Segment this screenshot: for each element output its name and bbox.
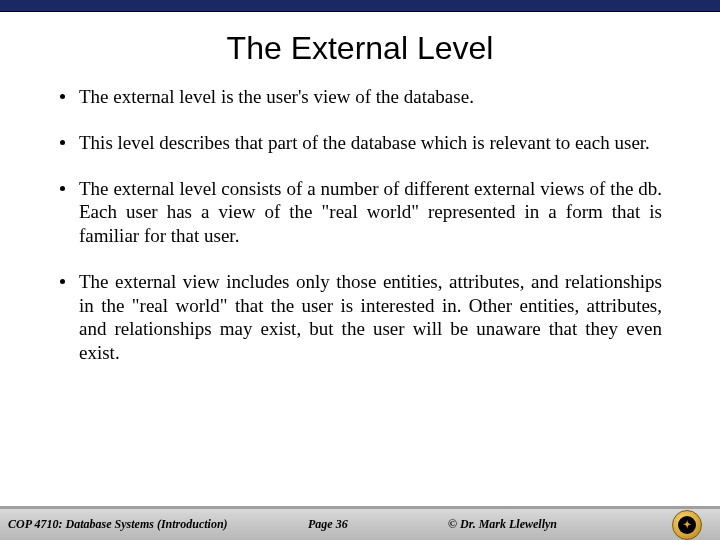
bullet-text: The external level consists of a number … [79, 177, 662, 248]
footer-page: Page 36 [308, 517, 448, 532]
footer-bar: COP 4710: Database Systems (Introduction… [0, 506, 720, 540]
logo-inner-circle: ✦ [678, 516, 696, 534]
bullet-text: This level describes that part of the da… [79, 131, 662, 155]
logo-outer-circle: ✦ [672, 510, 702, 540]
content-area: The external level is the user's view of… [0, 85, 720, 365]
footer-course: COP 4710: Database Systems (Introduction… [8, 517, 308, 532]
bullet-dot-icon [60, 186, 65, 191]
bullet-item: The external level consists of a number … [58, 177, 662, 248]
bullet-dot-icon [60, 94, 65, 99]
top-accent-bar [0, 0, 720, 12]
bullet-item: The external level is the user's view of… [58, 85, 662, 109]
bullet-dot-icon [60, 140, 65, 145]
footer-logo: ✦ [672, 510, 702, 540]
bullet-item: The external view includes only those en… [58, 270, 662, 365]
bullet-dot-icon [60, 279, 65, 284]
bullet-text: The external view includes only those en… [79, 270, 662, 365]
footer-copyright: © Dr. Mark Llewellyn [448, 517, 628, 532]
bullet-item: This level describes that part of the da… [58, 131, 662, 155]
logo-letter-icon: ✦ [683, 520, 691, 530]
bullet-text: The external level is the user's view of… [79, 85, 662, 109]
slide-title: The External Level [0, 30, 720, 67]
